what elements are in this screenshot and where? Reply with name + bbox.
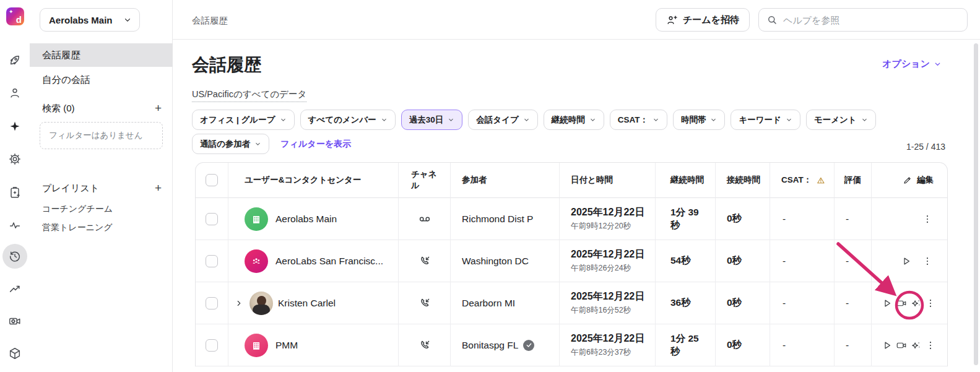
- chip-label: 通話の参加者: [200, 139, 250, 150]
- help-search-input[interactable]: [783, 15, 960, 25]
- row-checkbox[interactable]: [206, 255, 218, 267]
- row-checkbox[interactable]: [206, 339, 218, 352]
- col-header-csat: CSAT：: [770, 163, 835, 198]
- filter-chip-row: オフィス | グループ すべてのメンバー 過去30日 会話タイプ 継続時間 CS…: [192, 110, 876, 130]
- activity-icon[interactable]: [7, 218, 22, 233]
- duration-value: 54秒: [656, 240, 716, 282]
- cube-icon[interactable]: [7, 346, 22, 361]
- more-menu-button[interactable]: [917, 251, 937, 271]
- breadcrumb: 会話履歴: [192, 15, 228, 27]
- chip-label: 時間帯: [681, 115, 706, 126]
- col-header-duration: 継続時間: [656, 163, 716, 198]
- csat-value: -: [770, 324, 835, 366]
- rating-value: -: [835, 282, 872, 324]
- rocket-icon[interactable]: [7, 53, 22, 67]
- filter-chip-all-members[interactable]: すべてのメンバー: [300, 110, 396, 130]
- add-search-button[interactable]: +: [155, 103, 162, 114]
- page-title: 会話履歴: [192, 53, 261, 77]
- warning-icon[interactable]: [817, 175, 825, 186]
- user-name: PMM: [275, 340, 298, 351]
- more-menu-button[interactable]: [924, 293, 938, 313]
- show-filters-link[interactable]: フィルターを表示: [280, 139, 351, 150]
- table-row[interactable]: Aerolabs Main Richmond Dist P 2025年12月22…: [196, 198, 947, 240]
- chip-label: 過去30日: [409, 115, 444, 126]
- topbar: 会話履歴 チームを招待: [173, 0, 980, 40]
- table-row[interactable]: PMM Bonitaspg FL 2025年12月22日 午前6時23分37秒 …: [196, 324, 947, 366]
- workspace-selector[interactable]: Aerolabs Main: [40, 8, 140, 32]
- connected-value: 0秒: [716, 198, 770, 240]
- table-row[interactable]: Kristen Carlel Dearborn MI 2025年12月22日 午…: [196, 282, 947, 324]
- incoming-call-icon: [399, 324, 451, 366]
- chevron-down-icon: [710, 116, 717, 123]
- call-date: 2025年12月22日: [571, 332, 644, 345]
- ai-meeting-icon[interactable]: [7, 314, 22, 329]
- play-recording-button[interactable]: [880, 293, 894, 313]
- vertical-scrollbar[interactable]: [974, 43, 978, 365]
- table-row[interactable]: AeroLabs San Francisc... Washington DC 2…: [196, 240, 947, 282]
- filter-chip-keyword[interactable]: キーワード: [731, 110, 800, 130]
- no-filters-box: フィルターはありません: [40, 122, 163, 149]
- ai-insights-button[interactable]: [909, 293, 923, 313]
- sidebar-item-conversation-history[interactable]: 会話履歴: [30, 43, 173, 67]
- user-name: AeroLabs San Francisc...: [275, 256, 383, 267]
- options-dropdown[interactable]: オプション: [882, 58, 942, 70]
- person-plus-icon: [666, 14, 678, 26]
- video-recording-button[interactable]: [895, 293, 909, 313]
- logo-letter: d: [16, 15, 22, 24]
- col-header-edit[interactable]: 編集: [872, 163, 947, 198]
- col-header-rating: 評価: [835, 163, 872, 198]
- filter-chip-last-30-days[interactable]: 過去30日: [401, 110, 463, 130]
- data-scope-link[interactable]: US/Pacificのすべてのデータ: [192, 89, 306, 102]
- play-recording-button[interactable]: [880, 335, 894, 355]
- filter-chip-moments[interactable]: モーメント: [806, 110, 876, 130]
- col-header-connected: 接続時間: [716, 163, 770, 198]
- invite-team-label: チームを招待: [683, 14, 739, 26]
- call-time: 午前8時16分52秒: [571, 305, 644, 316]
- chip-label: 会話タイプ: [476, 115, 518, 126]
- play-recording-button[interactable]: [896, 251, 916, 271]
- filter-chip-time-of-day[interactable]: 時間帯: [673, 110, 726, 130]
- participant-name: Washington DC: [462, 256, 529, 267]
- chevron-down-icon: [523, 116, 530, 123]
- chevron-down-icon: [934, 60, 942, 68]
- row-checkbox[interactable]: [206, 297, 218, 309]
- playlist-item-label: コーチングチーム: [42, 204, 113, 215]
- chevron-down-icon: [589, 116, 596, 123]
- sparkle-icon[interactable]: [7, 119, 22, 134]
- expand-row-chevron-icon[interactable]: [233, 299, 245, 308]
- participant-name: Bonitaspg FL: [462, 340, 518, 351]
- rating-value: -: [835, 240, 872, 282]
- avatar-office: [245, 334, 268, 357]
- col-header-datetime: 日付と時間: [560, 163, 656, 198]
- history-icon[interactable]: [7, 249, 22, 264]
- sidebar-item-sales-training[interactable]: 営業トレーニング: [30, 218, 173, 237]
- playlist-add-icon[interactable]: [7, 185, 22, 200]
- trending-icon[interactable]: [7, 282, 22, 296]
- chip-label: CSAT：: [618, 115, 648, 126]
- more-menu-button[interactable]: [924, 335, 938, 355]
- invite-team-button[interactable]: チームを招待: [656, 8, 750, 32]
- filter-chip-duration[interactable]: 継続時間: [544, 110, 604, 130]
- filter-chip-office-group[interactable]: オフィス | グループ: [192, 110, 295, 130]
- filter-chip-call-participants[interactable]: 通話の参加者: [192, 134, 269, 154]
- options-label: オプション: [882, 58, 930, 70]
- ai-insights-button[interactable]: [909, 335, 923, 355]
- filter-chip-csat[interactable]: CSAT：: [610, 110, 667, 130]
- add-playlist-button[interactable]: +: [155, 183, 162, 194]
- video-recording-button[interactable]: [895, 335, 909, 355]
- person-icon[interactable]: [7, 85, 22, 100]
- pagination-label: 1-25 / 413: [906, 142, 945, 152]
- sidebar-item-coaching-team[interactable]: コーチングチーム: [30, 200, 173, 218]
- sidebar-item-my-conversations[interactable]: 自分の会話: [30, 68, 173, 92]
- help-search[interactable]: [758, 8, 968, 32]
- select-all-checkbox[interactable]: [206, 174, 218, 186]
- filter-chip-conversation-type[interactable]: 会話タイプ: [468, 110, 537, 130]
- more-menu-button[interactable]: [917, 209, 937, 229]
- duration-value: 1分 39秒: [656, 198, 716, 240]
- chip-label: すべてのメンバー: [308, 115, 376, 126]
- row-checkbox[interactable]: [206, 213, 218, 225]
- dialpad-logo[interactable]: ✦ d: [6, 7, 24, 25]
- col-header-participant: 参加者: [451, 163, 560, 198]
- chip-label: 継続時間: [552, 115, 585, 126]
- gear-icon[interactable]: [7, 152, 22, 167]
